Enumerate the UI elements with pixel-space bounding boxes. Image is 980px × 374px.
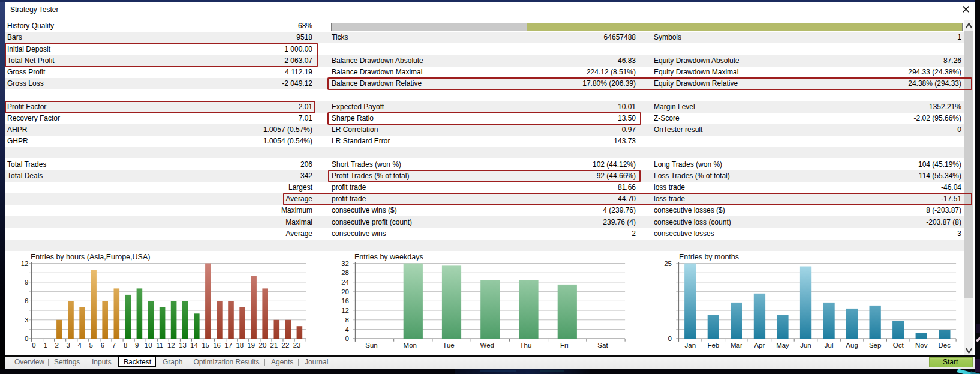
svg-text:11: 11: [156, 342, 163, 349]
svg-text:Thu: Thu: [520, 342, 532, 349]
svg-text:13: 13: [179, 342, 187, 349]
svg-text:20: 20: [259, 342, 267, 349]
svg-text:16: 16: [213, 342, 221, 349]
svg-text:20: 20: [341, 288, 349, 295]
svg-text:4: 4: [345, 326, 350, 333]
svg-text:Entries by weekdays: Entries by weekdays: [354, 253, 423, 261]
svg-text:9: 9: [135, 342, 139, 349]
svg-text:5: 5: [89, 342, 93, 349]
svg-text:12: 12: [341, 307, 349, 314]
svg-text:May: May: [776, 342, 789, 349]
svg-text:Dec: Dec: [939, 342, 951, 349]
svg-text:1: 1: [43, 342, 47, 349]
svg-text:Nov: Nov: [915, 342, 928, 349]
svg-text:0: 0: [25, 335, 28, 342]
svg-text:Sun: Sun: [365, 342, 377, 349]
svg-text:Wed: Wed: [480, 342, 494, 349]
svg-text:Entries by months: Entries by months: [679, 253, 739, 261]
svg-text:19: 19: [247, 342, 255, 349]
svg-text:14: 14: [190, 342, 198, 349]
svg-text:Entries by hours (Asia,Europe,: Entries by hours (Asia,Europe,USA): [31, 253, 150, 261]
svg-text:Sat: Sat: [597, 342, 608, 349]
svg-text:7: 7: [112, 342, 116, 349]
svg-text:9: 9: [25, 279, 28, 286]
svg-text:Feb: Feb: [707, 342, 719, 349]
svg-text:17: 17: [224, 342, 232, 349]
svg-text:21: 21: [270, 342, 278, 349]
svg-text:Aug: Aug: [846, 342, 858, 349]
svg-text:12: 12: [21, 260, 29, 267]
svg-text:0: 0: [32, 342, 35, 349]
svg-text:23: 23: [293, 342, 301, 349]
svg-text:6: 6: [25, 297, 28, 304]
svg-text:4: 4: [78, 342, 82, 349]
svg-text:22: 22: [282, 342, 290, 349]
svg-text:Jan: Jan: [685, 342, 696, 349]
svg-text:Apr: Apr: [754, 342, 765, 349]
svg-text:Fri: Fri: [560, 342, 568, 349]
svg-text:2: 2: [55, 342, 58, 349]
svg-text:28: 28: [341, 269, 349, 276]
svg-text:8: 8: [124, 342, 127, 349]
svg-text:Tue: Tue: [443, 342, 454, 349]
svg-text:12: 12: [167, 342, 175, 349]
svg-text:15: 15: [202, 342, 209, 349]
svg-text:3: 3: [66, 342, 70, 349]
svg-text:Mar: Mar: [731, 342, 742, 349]
svg-text:3: 3: [25, 316, 28, 324]
svg-text:Jun: Jun: [800, 342, 811, 349]
svg-text:32: 32: [341, 260, 349, 267]
svg-text:Sep: Sep: [869, 342, 881, 349]
svg-text:18: 18: [236, 342, 244, 349]
svg-text:Oct: Oct: [893, 342, 904, 349]
svg-text:Jul: Jul: [825, 342, 834, 349]
svg-text:16: 16: [341, 297, 349, 304]
svg-text:24: 24: [341, 279, 349, 286]
svg-text:10: 10: [145, 342, 152, 349]
svg-text:0: 0: [345, 335, 349, 342]
svg-text:0: 0: [668, 335, 672, 342]
svg-text:8: 8: [345, 316, 349, 324]
svg-text:Mon: Mon: [404, 342, 417, 349]
svg-text:25: 25: [664, 260, 672, 267]
svg-text:6: 6: [101, 342, 104, 349]
